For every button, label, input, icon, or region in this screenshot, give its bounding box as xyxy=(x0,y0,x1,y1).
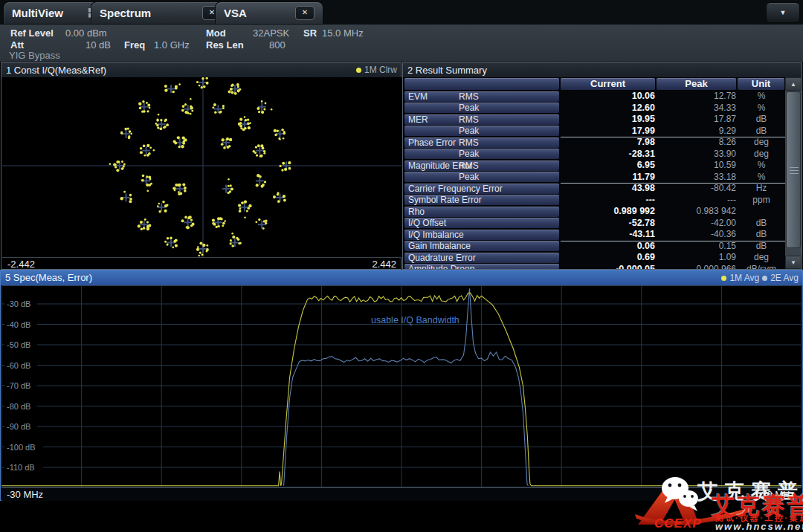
spectrum-panel-header[interactable]: 5 Spec(Meas, Error) 1M Avg 2E Avg xyxy=(1,270,802,285)
ref-level-value[interactable]: 0.00 dBm xyxy=(65,27,107,39)
peak-value: 0.983 942 xyxy=(657,206,736,218)
param-name: I/Q Offset xyxy=(408,218,446,228)
current-value: 10.06 xyxy=(561,91,655,103)
param-name: Gain Imbalance xyxy=(408,241,471,251)
col-header-current: Current xyxy=(561,78,655,90)
peak-value: 8.26 xyxy=(657,137,736,149)
row-label: Magnitude ErrorRMS xyxy=(404,160,559,171)
row-label: EVMRMS xyxy=(404,91,559,102)
error-trace-label: 2E Avg xyxy=(770,270,799,285)
row-label: Peak xyxy=(404,103,559,113)
instrument-screen: MultiView Spectrum ✕ VSA ✕ ▼ Ref Level 0… xyxy=(0,0,803,532)
peak-value: 33.18 xyxy=(657,172,736,184)
peak-value: -42.00 xyxy=(657,218,736,230)
row-label: Symbol Rate Error xyxy=(404,195,559,205)
row-label: Peak xyxy=(404,172,559,182)
table-row: Quadrature Error0.691.09deg xyxy=(404,252,784,264)
param-name: MER xyxy=(408,114,428,125)
param-name: Rho xyxy=(408,207,425,217)
unit-value xyxy=(738,206,784,218)
table-row: Rho0.989 9920.983 942 xyxy=(404,206,784,218)
result-summary-panel[interactable]: 2 Result Summary Current Peak Unit EVMRM… xyxy=(402,62,802,270)
param-name: Amplitude Droop xyxy=(408,264,474,269)
current-value: -0.000 05 xyxy=(561,264,655,270)
scrollbar-thumb[interactable] xyxy=(786,91,801,248)
unit-value: deg xyxy=(738,252,784,264)
att-value[interactable]: 10 dB xyxy=(86,39,111,51)
arrow-down-icon: ▼ xyxy=(790,259,796,266)
current-value: 17.99 xyxy=(561,126,655,137)
x-max-label: 2.442 xyxy=(372,259,396,270)
unit-value: dB xyxy=(738,241,784,253)
scroll-down-button[interactable]: ▼ xyxy=(785,256,802,269)
table-row: Amplitude Droop-0.000 050.000 966dB/sym xyxy=(404,264,784,270)
peak-value: 10.59 xyxy=(657,160,736,172)
result-summary-header[interactable]: 2 Result Summary xyxy=(403,63,802,77)
mod-value[interactable]: 32APSK xyxy=(253,27,289,39)
res-len-value[interactable]: 800 xyxy=(269,39,286,51)
param-name: I/Q Imbalance xyxy=(408,230,464,240)
current-value: --- xyxy=(561,195,655,207)
res-len-label: Res Len xyxy=(206,39,244,51)
current-value: 11.79 xyxy=(561,172,655,184)
svg-text:-80 dB: -80 dB xyxy=(7,402,30,411)
trace-label: 1M Clrw xyxy=(364,63,397,77)
svg-text:-90 dB: -90 dB xyxy=(7,422,30,431)
param-sub: RMS xyxy=(459,160,479,171)
freq-value[interactable]: 1.0 GHz xyxy=(154,39,190,51)
current-value: 19.95 xyxy=(561,114,655,126)
peak-value: --- xyxy=(657,195,736,207)
header-spacer xyxy=(404,78,559,90)
row-label: Rho xyxy=(404,207,559,217)
current-value: -52.78 xyxy=(561,218,655,230)
current-value: 7.98 xyxy=(561,137,655,149)
spectrum-panel-title: 5 Spec(Meas, Error) xyxy=(5,272,92,283)
constellation-panel-title: 1 Const I/Q(Meas&Ref) xyxy=(6,65,106,76)
table-row: Peak12.6034.33% xyxy=(404,103,784,114)
tab-overflow-button[interactable]: ▼ xyxy=(766,2,800,23)
freq-label: Freq xyxy=(124,39,145,51)
scroll-up-button[interactable]: ▲ xyxy=(785,77,802,91)
trace-color-dot xyxy=(356,68,361,73)
table-scrollbar[interactable]: ▲ ▼ xyxy=(785,77,802,269)
tab-spectrum[interactable]: Spectrum ✕ xyxy=(91,1,230,24)
error-trace-dot xyxy=(762,276,767,281)
sr-value[interactable]: 15.0 MHz xyxy=(322,27,364,39)
table-row: Symbol Rate Error------ppm xyxy=(404,195,784,207)
spectrum-panel[interactable]: 5 Spec(Meas, Error) 1M Avg 2E Avg -30 dB… xyxy=(0,270,803,501)
peak-value: 9.29 xyxy=(657,126,736,137)
result-summary-title: 2 Result Summary xyxy=(407,65,487,76)
constellation-panel[interactable]: 1 Const I/Q(Meas&Ref) 1M Clrw -2.442 2.4… xyxy=(1,62,402,270)
current-value: -28.31 xyxy=(561,149,655,160)
constellation-plot[interactable] xyxy=(2,77,402,257)
mod-label: Mod xyxy=(206,27,226,39)
row-label: I/Q Offset xyxy=(404,218,559,228)
unit-value: deg xyxy=(738,149,784,160)
table-row: Gain Imbalance0.060.15dB xyxy=(404,241,784,253)
meas-trace-label: 1M Avg xyxy=(729,270,759,285)
param-name: Symbol Rate Error xyxy=(408,195,482,205)
table-row: I/Q Imbalance-43.11-40.36dB xyxy=(404,229,784,241)
row-label: Amplitude Droop xyxy=(404,264,559,269)
yig-bypass-label: YIG Bypass xyxy=(9,50,60,61)
peak-value: 33.90 xyxy=(657,149,736,160)
unit-value: % xyxy=(738,91,784,103)
table-row: Phase ErrorRMS7.988.26deg xyxy=(404,137,784,149)
peak-value: 34.33 xyxy=(657,103,736,114)
table-row: Peak-28.3133.90deg xyxy=(404,149,784,160)
unit-value: % xyxy=(738,172,784,184)
peak-value: 0.000 966 xyxy=(657,264,736,270)
tab-vsa[interactable]: VSA ✕ xyxy=(215,1,323,24)
unit-value: dB/sym xyxy=(738,264,784,270)
close-icon[interactable]: ✕ xyxy=(295,6,315,20)
row-label: MERRMS xyxy=(404,114,559,125)
constellation-panel-header[interactable]: 1 Const I/Q(Meas&Ref) 1M Clrw xyxy=(1,63,401,77)
row-label: Phase ErrorRMS xyxy=(404,137,559,148)
arrow-up-icon: ▲ xyxy=(790,81,796,88)
table-row: Peak17.999.29dB xyxy=(404,126,784,137)
spectrum-plot[interactable]: -30 dB-40 dB-50 dB-60 dB-70 dB-80 dB-90 … xyxy=(1,285,802,487)
param-sub: Peak xyxy=(459,103,479,113)
current-value: 0.989 992 xyxy=(561,206,655,218)
constellation-trace-legend: 1M Clrw xyxy=(356,63,397,77)
row-label: I/Q Imbalance xyxy=(404,230,559,240)
